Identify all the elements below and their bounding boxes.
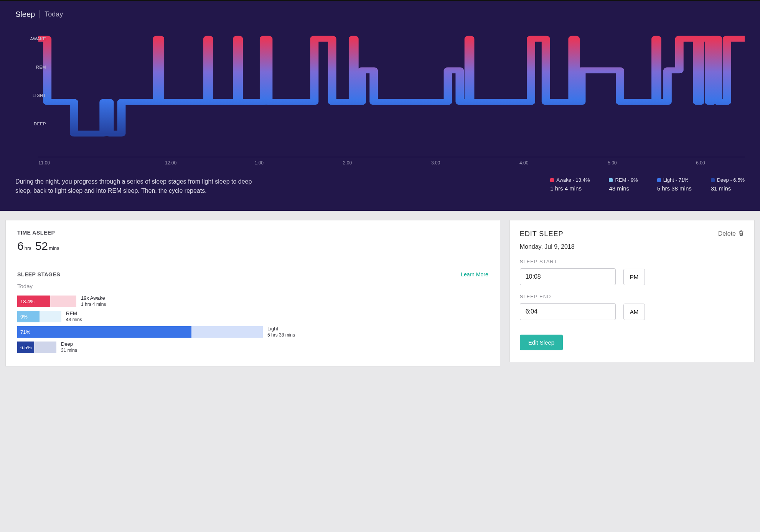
legend-swatch-icon: [657, 178, 661, 182]
stage-bar-row: 13.4%19x Awake1 hrs 4 mins: [17, 296, 488, 307]
legend-swatch-icon: [609, 178, 613, 182]
sleep-start-label: SLEEP START: [520, 259, 744, 264]
stage-label-deep: DEEP: [34, 122, 46, 126]
legend-swatch-icon: [711, 178, 715, 182]
bar-fill: 6.5%: [17, 342, 34, 353]
time-asleep-value: 6hrs 52mins: [17, 240, 488, 253]
title-main: Sleep: [15, 10, 35, 19]
stage-bar-row: 6.5%Deep31 mins: [17, 342, 488, 353]
sleep-start-input[interactable]: [520, 268, 616, 285]
bar-meta: 19x Awake1 hrs 4 mins: [81, 295, 106, 307]
bar-fill: 9%: [17, 311, 40, 322]
legend-item: REM - 9%43 mins: [609, 177, 638, 192]
legend-text: Awake - 13.4%: [556, 177, 590, 183]
time-asleep-card: TIME ASLEEP 6hrs 52mins SLEEP STAGES Lea…: [5, 220, 500, 366]
sleep-end-label: SLEEP END: [520, 294, 744, 299]
trash-icon: [738, 230, 744, 238]
sleep-end-input[interactable]: [520, 303, 616, 320]
x-tick: 4:00: [480, 160, 568, 166]
sleep-stages-label: SLEEP STAGES: [17, 271, 60, 277]
end-ampm-toggle[interactable]: AM: [623, 304, 645, 320]
legend-duration: 5 hrs 38 mins: [657, 185, 692, 192]
x-axis-line: [38, 157, 745, 157]
x-tick: 6:00: [656, 160, 745, 166]
legend-duration: 1 hrs 4 mins: [550, 185, 590, 192]
hypnogram-svg: [38, 30, 745, 157]
legend-text: REM - 9%: [615, 177, 638, 183]
stage-label-light: LIGHT: [33, 93, 46, 98]
delete-label: Delete: [718, 230, 736, 237]
title-sub: Today: [40, 10, 63, 18]
delete-button[interactable]: Delete: [718, 230, 744, 238]
legend-duration: 31 mins: [711, 185, 745, 192]
edit-sleep-title: EDIT SLEEP: [520, 230, 564, 238]
legend-item: Awake - 13.4%1 hrs 4 mins: [550, 177, 590, 192]
hypnogram-chart: AWAKE REM LIGHT DEEP: [15, 30, 745, 157]
x-tick: 12:00: [127, 160, 215, 166]
legend-duration: 43 mins: [609, 185, 638, 192]
time-asleep-label: TIME ASLEEP: [17, 230, 488, 236]
x-tick: 5:00: [568, 160, 656, 166]
x-tick: 3:00: [392, 160, 480, 166]
legend: Awake - 13.4%1 hrs 4 minsREM - 9%43 mins…: [276, 177, 745, 192]
panel-title: Sleep Today: [15, 10, 745, 19]
stage-bars: 13.4%19x Awake1 hrs 4 mins9%REM43 mins71…: [17, 296, 488, 353]
start-ampm-toggle[interactable]: PM: [623, 269, 645, 285]
stage-bar-row: 71%Light5 hrs 38 mins: [17, 326, 488, 338]
bar-meta: Deep31 mins: [61, 341, 77, 353]
edit-sleep-card: EDIT SLEEP Delete Monday, Jul 9, 2018 SL…: [509, 220, 755, 362]
sleep-stages-subtitle: Today: [17, 283, 488, 289]
bar-meta: Light5 hrs 38 mins: [267, 326, 295, 338]
x-tick: 11:00: [38, 160, 127, 166]
legend-text: Deep - 6.5%: [717, 177, 745, 183]
legend-swatch-icon: [550, 178, 554, 182]
stage-label-rem: REM: [36, 65, 46, 69]
sleep-overview-panel: Sleep Today AWAKE REM LIGHT DEEP 11:00 1…: [0, 0, 760, 211]
stage-bar-row: 9%REM43 mins: [17, 311, 488, 322]
x-tick: 1:00: [215, 160, 303, 166]
legend-item: Deep - 6.5%31 mins: [711, 177, 745, 192]
learn-more-link[interactable]: Learn More: [461, 271, 488, 277]
bar-fill: 71%: [17, 326, 191, 338]
legend-text: Light - 71%: [663, 177, 689, 183]
edit-sleep-button[interactable]: Edit Sleep: [520, 335, 563, 350]
x-tick: 2:00: [303, 160, 391, 166]
edit-date: Monday, Jul 9, 2018: [520, 243, 744, 250]
bar-meta: REM43 mins: [66, 310, 82, 322]
legend-item: Light - 71%5 hrs 38 mins: [657, 177, 692, 192]
description-text: During the night, you progress through a…: [15, 177, 261, 195]
bar-fill: 13.4%: [17, 296, 50, 307]
x-axis-labels: 11:00 12:00 1:00 2:00 3:00 4:00 5:00 6:0…: [38, 160, 745, 166]
stage-label-awake: AWAKE: [30, 36, 46, 41]
